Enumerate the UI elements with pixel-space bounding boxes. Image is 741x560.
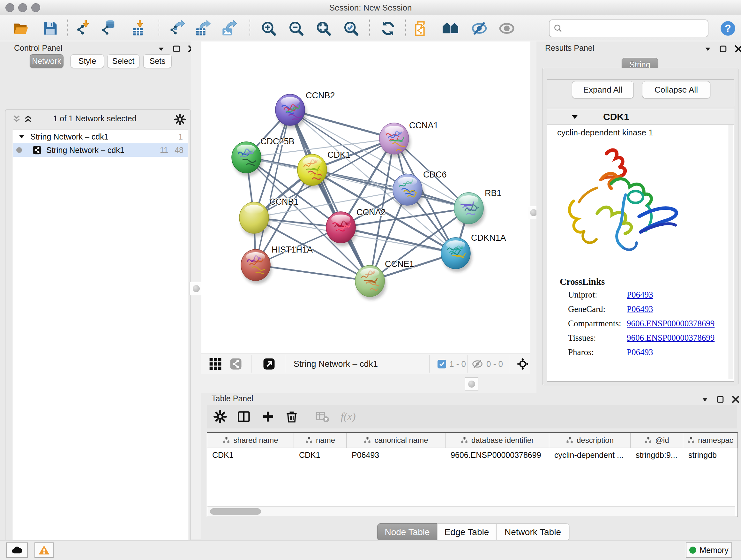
table-cell[interactable]: CDK1 xyxy=(207,448,293,462)
import-network-button[interactable] xyxy=(75,19,92,37)
tab-select[interactable]: Select xyxy=(107,54,139,68)
export-network-button[interactable] xyxy=(169,19,186,37)
tab-sets[interactable]: Sets xyxy=(143,54,172,68)
show-columns-icon[interactable] xyxy=(236,409,252,424)
zoom-fit-button[interactable] xyxy=(315,19,333,37)
table-settings-gear-icon[interactable] xyxy=(212,409,228,424)
search-input[interactable] xyxy=(563,22,708,35)
export-image-button[interactable] xyxy=(220,19,239,37)
table-cell[interactable]: cyclin-dependent ... xyxy=(549,448,630,462)
tab-network[interactable]: Network xyxy=(30,54,64,68)
refresh-button[interactable] xyxy=(379,19,397,37)
close-panel-icon[interactable] xyxy=(734,44,741,54)
node-CDC6[interactable]: CDC6 xyxy=(393,170,447,208)
search-box[interactable] xyxy=(549,19,709,37)
column-header-description[interactable]: description xyxy=(549,433,630,448)
save-button[interactable] xyxy=(42,19,59,37)
node-CCNE1[interactable]: CCNE1 xyxy=(355,259,414,300)
left-splitter[interactable] xyxy=(191,42,201,539)
edge-CCNB2-HIST1H1A[interactable] xyxy=(256,110,290,265)
tab-style[interactable]: Style xyxy=(71,54,104,68)
caret-down-icon[interactable] xyxy=(700,395,710,404)
close-panel-icon[interactable] xyxy=(731,395,740,404)
selected-nodes-indicator[interactable]: 1 - 0 xyxy=(437,357,466,371)
table-hscrollbar[interactable] xyxy=(207,506,735,516)
zoom-out-icon xyxy=(288,20,305,37)
delete-column-trash-icon[interactable] xyxy=(284,409,299,424)
tab-edge-table[interactable]: Edge Table xyxy=(437,523,496,541)
results-scrollbar[interactable] xyxy=(728,125,733,379)
node-CDKN1A[interactable]: CDKN1A xyxy=(441,233,506,272)
network-canvas[interactable]: CCNB2 CCNA1 CDC25B CDK1 CDC6 xyxy=(201,42,530,353)
column-header-namespac[interactable]: namespac xyxy=(683,433,738,448)
cloud-status-button[interactable] xyxy=(6,543,28,558)
protein-section-header[interactable]: CDK1 xyxy=(547,109,734,125)
share-network-button[interactable] xyxy=(229,357,242,371)
chevrons-down-icon[interactable] xyxy=(11,114,22,125)
network-tree-row[interactable]: String Network – cdk1 11 48 xyxy=(13,143,188,157)
column-header-database-identifier[interactable]: database identifier xyxy=(446,433,549,448)
zoom-in-button[interactable] xyxy=(260,19,278,37)
table-cell[interactable]: CDK1 xyxy=(294,448,346,462)
zoom-out-button[interactable] xyxy=(287,19,305,37)
float-panel-icon[interactable] xyxy=(716,395,725,404)
help-button[interactable]: ? xyxy=(719,19,737,37)
show-panel-button[interactable] xyxy=(498,19,516,37)
table-cell[interactable]: 9606.ENSP00000378699 xyxy=(446,448,549,462)
caret-down-icon[interactable] xyxy=(703,44,713,54)
column-header-shared-name[interactable]: shared name xyxy=(207,433,294,448)
collapse-caret-icon[interactable] xyxy=(570,112,580,122)
hierarchy-icon xyxy=(461,436,468,444)
tree-expand-caret-icon[interactable] xyxy=(17,132,26,141)
add-column-icon[interactable] xyxy=(260,409,276,424)
hide-panel-button[interactable] xyxy=(470,19,488,37)
crosslink-link[interactable]: P06493 xyxy=(627,290,653,300)
memory-button[interactable]: Memory xyxy=(686,543,732,558)
zoom-selected-button[interactable] xyxy=(342,19,360,37)
node-RB1[interactable]: RB1 xyxy=(454,188,502,227)
collapse-all-button[interactable]: Collapse All xyxy=(642,81,711,98)
open-folder-button[interactable] xyxy=(12,19,30,37)
column-header-canonical-name[interactable]: canonical name xyxy=(347,433,446,448)
network-tree-row[interactable]: String Network – cdk1 1 xyxy=(13,130,188,143)
fit-selected-button[interactable] xyxy=(516,357,529,371)
string-doc-button[interactable] xyxy=(412,19,430,37)
crosslink-link[interactable]: P06493 xyxy=(627,348,653,357)
edge-HIST1H1A-CCNE1[interactable] xyxy=(256,265,370,281)
node-HIST1H1A[interactable]: HIST1H1A xyxy=(241,245,313,284)
network-graph[interactable]: CCNB2 CCNA1 CDC25B CDK1 CDC6 xyxy=(201,42,530,353)
crosslink-link[interactable]: 9606.ENSP00000378699 xyxy=(627,333,715,343)
crosslink-label: GeneCard: xyxy=(568,304,605,314)
results-panel: Results Panel String Expand All Collapse… xyxy=(536,42,741,393)
table-cell[interactable]: stringdb xyxy=(683,448,737,462)
open-in-window-button[interactable] xyxy=(263,357,275,371)
column-header-name[interactable]: name xyxy=(294,433,347,448)
network-options-gear-icon[interactable] xyxy=(174,113,186,125)
float-panel-icon[interactable] xyxy=(172,44,181,54)
crosslink-link[interactable]: P06493 xyxy=(627,304,653,314)
houses-button[interactable] xyxy=(442,19,460,37)
table-hscrollbar-thumb[interactable] xyxy=(210,508,261,515)
hidden-nodes-indicator[interactable]: 0 - 0 xyxy=(472,357,503,371)
tab-node-table[interactable]: Node Table xyxy=(377,523,437,541)
import-table-button[interactable] xyxy=(130,19,148,37)
grid-view-button[interactable] xyxy=(208,357,222,371)
tab-network-table[interactable]: Network Table xyxy=(496,523,569,541)
right-splitter[interactable] xyxy=(530,42,536,393)
warnings-button[interactable] xyxy=(35,543,54,558)
crosslink-link[interactable]: 9606.ENSP00000378699 xyxy=(627,319,715,328)
export-table-button[interactable] xyxy=(194,19,212,37)
column-header-@id[interactable]: @id xyxy=(630,433,683,448)
node-CDK1[interactable]: CDK1 xyxy=(297,150,350,189)
table-cell[interactable]: stringdb:9... xyxy=(630,448,683,462)
caret-down-icon[interactable] xyxy=(156,44,166,54)
chevrons-up-icon[interactable] xyxy=(23,114,33,125)
table-cell[interactable]: P06493 xyxy=(347,448,445,462)
float-panel-icon[interactable] xyxy=(718,44,728,54)
import-database-button[interactable] xyxy=(99,19,118,37)
left-splitter-handle[interactable] xyxy=(190,282,203,295)
expand-all-button[interactable]: Expand All xyxy=(572,81,634,98)
horizontal-splitter-handle[interactable] xyxy=(465,377,478,391)
node-table[interactable]: shared namenamecanonical namedatabase id… xyxy=(207,432,738,517)
crosslink-row: Tissues: 9606.ENSP00000378699 xyxy=(568,333,728,343)
